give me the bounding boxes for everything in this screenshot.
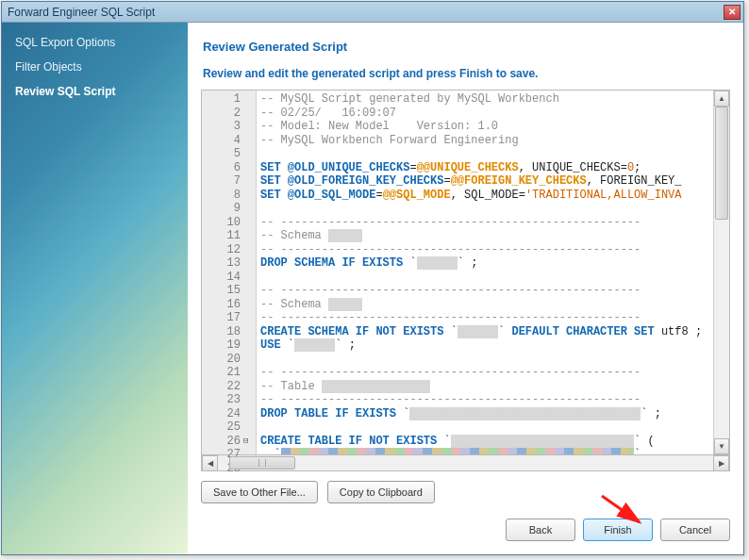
copy-to-clipboard-button[interactable]: Copy to Clipboard (327, 481, 435, 503)
sidebar-item-review-script[interactable]: Review SQL Script (2, 79, 188, 104)
dialog-window: Forward Engineer SQL Script ✕ SQL Export… (1, 1, 744, 555)
sidebar-item-label: Review SQL Script (15, 85, 115, 98)
page-heading: Review Generated Script (203, 40, 730, 54)
scroll-right-button[interactable]: ▶ (713, 455, 729, 471)
dialog-body: SQL Export Options Filter Objects Review… (2, 23, 743, 554)
close-button[interactable]: ✕ (724, 5, 741, 20)
scroll-track[interactable] (218, 455, 713, 470)
window-title: Forward Engineer SQL Script (8, 6, 724, 19)
close-icon: ✕ (728, 7, 736, 17)
sidebar-item-filter-objects[interactable]: Filter Objects (2, 55, 188, 79)
line-gutter: 1 2 3 4 5 6 7 8 9 10 11 12 13 14 15 16 1… (202, 91, 257, 454)
sidebar-item-export-options[interactable]: SQL Export Options (2, 30, 188, 55)
main-panel: Review Generated Script Review and edit … (188, 23, 743, 554)
scroll-down-button[interactable]: ▼ (714, 438, 729, 454)
finish-button[interactable]: Finish (583, 519, 653, 541)
back-button[interactable]: Back (506, 519, 575, 541)
horizontal-scrollbar[interactable]: ◀ ▶ (201, 455, 730, 471)
scroll-thumb[interactable] (229, 456, 295, 469)
scroll-track[interactable] (714, 107, 729, 438)
vertical-scrollbar[interactable]: ▲ ▼ (713, 91, 729, 454)
sql-editor[interactable]: 1 2 3 4 5 6 7 8 9 10 11 12 13 14 15 16 1… (201, 90, 730, 455)
editor-toolbar: Save to Other File... Copy to Clipboard (201, 481, 730, 503)
wizard-sidebar: SQL Export Options Filter Objects Review… (2, 23, 188, 554)
sidebar-item-label: SQL Export Options (15, 36, 115, 49)
save-to-file-button[interactable]: Save to Other File... (201, 481, 318, 503)
scroll-up-button[interactable]: ▲ (714, 91, 729, 107)
content-area: Review Generated Script Review and edit … (188, 23, 743, 511)
code-area[interactable]: -- MySQL Script generated by MySQL Workb… (257, 91, 713, 454)
page-subheading: Review and edit the generated script and… (203, 67, 730, 80)
scroll-thumb[interactable] (715, 107, 728, 220)
dialog-footer: Back Finish Cancel (188, 511, 743, 554)
cancel-button[interactable]: Cancel (660, 519, 730, 541)
sidebar-item-label: Filter Objects (15, 60, 82, 74)
scroll-left-button[interactable]: ◀ (202, 455, 218, 471)
titlebar[interactable]: Forward Engineer SQL Script ✕ (2, 2, 743, 23)
